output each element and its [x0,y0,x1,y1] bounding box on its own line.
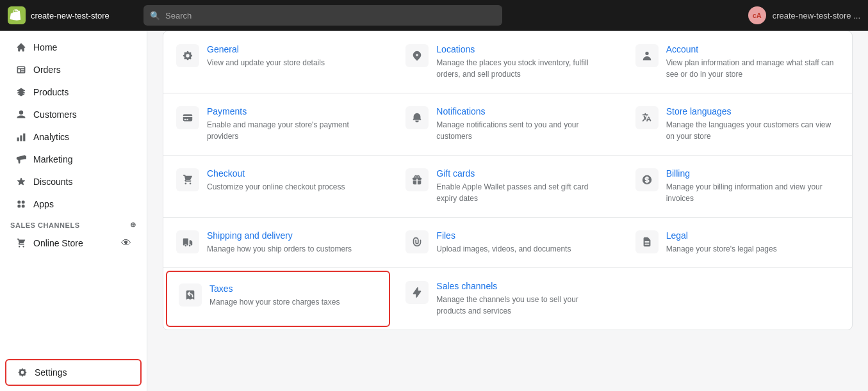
settings-cell-legal[interactable]: Legal Manage your store's legal pages [623,218,852,268]
sidebar-item-orders[interactable]: Orders [5,59,142,81]
topbar: create-new-test-store 🔍 cA create-new-te… [0,0,868,31]
sales-channels-title: Sales channels [436,281,609,291]
settings-cell-files[interactable]: Files Upload images, videos, and documen… [393,218,622,268]
settings-cell-general[interactable]: General View and update your store detai… [163,31,393,93]
avatar[interactable]: cA [748,6,766,24]
billing-desc: Manage your billing information and view… [666,181,839,204]
search-icon: 🔍 [150,11,160,20]
locations-icon-box [405,44,429,67]
settings-cell-gift-cards[interactable]: Gift cards Enable Apple Wallet passes an… [393,156,622,218]
topbar-right: cA create-new-test-store ... [748,6,860,24]
settings-cell-account[interactable]: Account View plan information and manage… [623,31,852,93]
settings-cell-sales-channels[interactable]: Sales channels Manage the channels you u… [393,268,622,330]
locations-title: Locations [436,44,609,54]
checkout-desc: Customize your online checkout process [207,181,380,193]
legal-title: Legal [666,230,839,241]
notifications-icon-box [405,106,429,129]
settings-icon [17,367,28,378]
gift-cards-desc: Enable Apple Wallet passes and set gift … [436,181,609,204]
taxes-icon-box [179,283,202,307]
sales-channels-label: SALES CHANNELS [10,221,80,229]
notifications-desc: Manage notifications sent to you and you… [436,119,609,142]
settings-cell-shipping[interactable]: Shipping and delivery Manage how you shi… [163,218,393,268]
sidebar-item-label-discounts: Discounts [33,177,72,187]
sidebar-item-discounts[interactable]: Discounts [5,171,142,193]
checkout-icon-box [176,168,199,191]
sidebar-item-analytics[interactable]: Analytics [5,126,142,148]
store-languages-icon-box [635,106,659,129]
sidebar-item-label-orders: Orders [33,65,61,75]
billing-title: Billing [666,168,839,179]
products-icon [15,86,27,98]
store-languages-title: Store languages [666,106,839,116]
customers-icon [15,109,27,120]
discounts-icon [15,176,27,188]
empty-cell [623,268,852,330]
store-logo-area: create-new-test-store [8,6,136,24]
sidebar-item-customers[interactable]: Customers [5,104,142,125]
search-input[interactable] [165,11,496,20]
sidebar-item-label-marketing: Marketing [33,154,72,164]
shopify-icon [8,6,26,24]
shipping-title: Shipping and delivery [207,230,380,241]
sidebar-item-online-store[interactable]: Online Store 👁 [5,232,142,254]
online-store-eye-icon[interactable]: 👁 [121,237,131,249]
account-icon-box [635,44,659,67]
settings-cell-locations[interactable]: Locations Manage the places you stock in… [393,31,622,93]
payments-desc: Enable and manage your store's payment p… [207,119,380,142]
gift-cards-title: Gift cards [436,168,609,179]
shipping-desc: Manage how you ship orders to customers [207,243,380,255]
locations-desc: Manage the places you stock inventory, f… [436,57,609,80]
search-bar[interactable]: 🔍 [143,5,502,26]
main-layout: Home Orders Products Customers [0,31,868,391]
sales-channels-desc: Manage the channels you use to sell your… [436,294,609,317]
billing-icon-box [635,168,659,191]
legal-desc: Manage your store's legal pages [666,243,839,255]
settings-cell-billing[interactable]: Billing Manage your billing information … [623,156,852,218]
general-icon-box [176,44,199,67]
settings-grid: General View and update your store detai… [163,31,852,330]
sidebar-nav: Home Orders Products Customers [0,31,147,354]
sidebar-item-marketing[interactable]: Marketing [5,148,142,170]
settings-cell-payments[interactable]: Payments Enable and manage your store's … [163,93,393,156]
files-title: Files [436,230,609,241]
user-store-name: create-new-test-store ... [773,11,860,20]
files-icon-box [405,230,429,253]
settings-cell-store-languages[interactable]: Store languages Manage the languages you… [623,93,852,156]
shipping-icon-box [176,230,199,253]
general-desc: View and update your store details [207,57,380,68]
online-store-icon [15,237,27,249]
gift-cards-icon-box [405,168,429,191]
sidebar-item-label-products: Products [33,87,69,97]
add-channel-icon[interactable]: ⊕ [130,221,136,229]
home-icon [15,42,27,53]
sidebar-item-settings[interactable]: Settings [5,359,142,386]
content-area: General View and update your store detai… [147,31,868,391]
checkout-title: Checkout [207,168,380,179]
settings-cell-taxes[interactable]: Taxes Manage how your store charges taxe… [166,271,390,327]
settings-label: Settings [35,367,67,378]
general-title: General [207,44,380,54]
orders-icon [15,64,27,76]
sidebar-item-home[interactable]: Home [5,36,142,58]
notifications-title: Notifications [436,106,609,116]
settings-cell-notifications[interactable]: Notifications Manage notifications sent … [393,93,622,156]
sidebar-item-label-customers: Customers [33,109,77,120]
settings-cell-checkout[interactable]: Checkout Customize your online checkout … [163,156,393,218]
marketing-icon [15,154,27,165]
account-desc: View plan information and manage what st… [666,57,839,80]
sales-channels-section: SALES CHANNELS ⊕ [0,216,147,232]
files-desc: Upload images, videos, and documents [436,243,609,255]
sidebar-item-label-home: Home [33,42,57,52]
sales-channels-icon-box [405,281,429,304]
sidebar-item-products[interactable]: Products [5,81,142,103]
account-title: Account [666,44,839,54]
payments-icon-box [176,106,199,129]
sidebar-item-label-apps: Apps [33,199,54,209]
sidebar: Home Orders Products Customers [0,31,147,391]
sidebar-item-label-analytics: Analytics [33,132,69,142]
store-languages-desc: Manage the languages your customers can … [666,119,839,142]
sidebar-item-apps[interactable]: Apps [5,193,142,215]
apps-icon [15,198,27,210]
analytics-icon [15,131,27,143]
